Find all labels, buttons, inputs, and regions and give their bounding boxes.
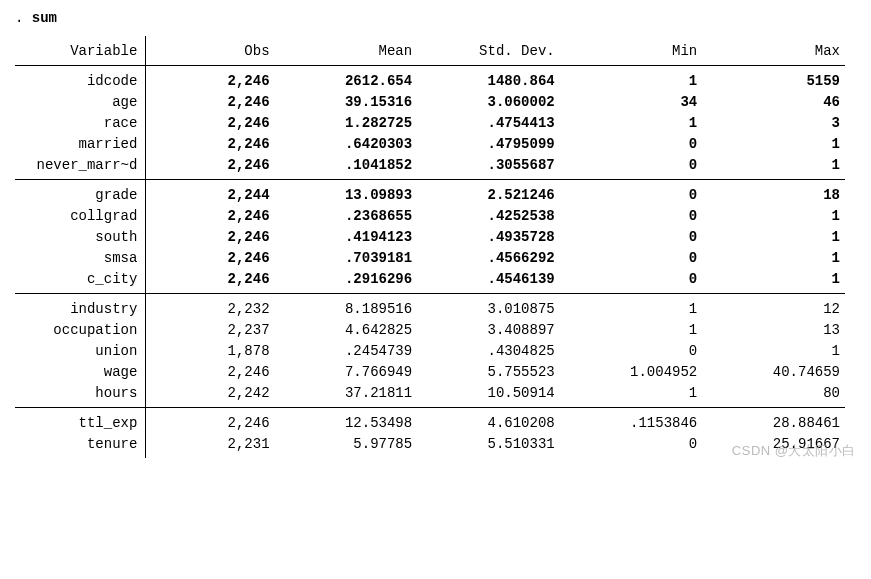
- cell-sd: .4546139: [412, 268, 555, 289]
- cell-sd: .4566292: [412, 247, 555, 268]
- cell-variable: idcode: [15, 70, 146, 91]
- header-mean: Mean: [270, 40, 413, 61]
- cell-obs: 2,246: [147, 154, 269, 175]
- cell-obs: 2,246: [147, 91, 269, 112]
- cell-sd: .3055687: [412, 154, 555, 175]
- cell-mean: 37.21811: [270, 382, 413, 403]
- cell-mean: 8.189516: [270, 298, 413, 319]
- cell-max: 18: [697, 184, 845, 205]
- cell-min: 34: [555, 91, 698, 112]
- cell-mean: .6420303: [270, 133, 413, 154]
- cell-obs: 2,232: [147, 298, 269, 319]
- cell-min: 1: [555, 319, 698, 340]
- header-max: Max: [697, 40, 845, 61]
- summary-table: VariableObsMeanStd. Dev.MinMaxidcode2,24…: [15, 36, 845, 458]
- table-row: age2,24639.153163.0600023446: [15, 91, 845, 112]
- cell-max: 1: [697, 133, 845, 154]
- cell-max: 1: [697, 268, 845, 289]
- header-obs: Obs: [147, 40, 269, 61]
- cell-mean: 2612.654: [270, 70, 413, 91]
- cell-max: 46: [697, 91, 845, 112]
- cell-variable: tenure: [15, 433, 146, 454]
- cell-mean: .2916296: [270, 268, 413, 289]
- cell-max: 12: [697, 298, 845, 319]
- table-row: collgrad2,246.2368655.425253801: [15, 205, 845, 226]
- table-row: industry2,2328.1895163.010875112: [15, 298, 845, 319]
- cell-min: 0: [555, 133, 698, 154]
- cell-variable: married: [15, 133, 146, 154]
- cell-sd: 1480.864: [412, 70, 555, 91]
- table-row: hours2,24237.2181110.50914180: [15, 382, 845, 403]
- cell-max: 3: [697, 112, 845, 133]
- cell-min: 1: [555, 298, 698, 319]
- table-row: occupation2,2374.6428253.408897113: [15, 319, 845, 340]
- cell-variable: occupation: [15, 319, 146, 340]
- cell-sd: 4.610208: [412, 412, 555, 433]
- cell-sd: .4304825: [412, 340, 555, 361]
- cell-obs: 2,246: [147, 226, 269, 247]
- cell-obs: 2,231: [147, 433, 269, 454]
- cell-variable: union: [15, 340, 146, 361]
- cell-min: 1: [555, 112, 698, 133]
- cell-mean: 5.97785: [270, 433, 413, 454]
- cell-variable: grade: [15, 184, 146, 205]
- cell-sd: .4754413: [412, 112, 555, 133]
- cell-obs: 1,878: [147, 340, 269, 361]
- cell-mean: 1.282725: [270, 112, 413, 133]
- cell-sd: .4795099: [412, 133, 555, 154]
- cell-max: 5159: [697, 70, 845, 91]
- cell-mean: 12.53498: [270, 412, 413, 433]
- cell-sd: 3.010875: [412, 298, 555, 319]
- cell-obs: 2,246: [147, 268, 269, 289]
- cell-sd: 10.50914: [412, 382, 555, 403]
- cell-min: 0: [555, 247, 698, 268]
- cell-obs: 2,246: [147, 112, 269, 133]
- cell-obs: 2,246: [147, 133, 269, 154]
- cell-variable: race: [15, 112, 146, 133]
- table-row: grade2,24413.098932.521246018: [15, 184, 845, 205]
- cell-min: 0: [555, 226, 698, 247]
- cell-mean: 7.766949: [270, 361, 413, 382]
- cell-mean: 39.15316: [270, 91, 413, 112]
- cell-sd: 5.510331: [412, 433, 555, 454]
- cell-min: .1153846: [555, 412, 698, 433]
- cell-max: 28.88461: [697, 412, 845, 433]
- cell-max: 1: [697, 247, 845, 268]
- cell-variable: south: [15, 226, 146, 247]
- cell-sd: 5.755523: [412, 361, 555, 382]
- table-row: south2,246.4194123.493572801: [15, 226, 845, 247]
- table-row: smsa2,246.7039181.456629201: [15, 247, 845, 268]
- table-header: VariableObsMeanStd. Dev.MinMax: [15, 40, 845, 61]
- cell-min: 0: [555, 268, 698, 289]
- cell-mean: .2368655: [270, 205, 413, 226]
- cell-sd: .4935728: [412, 226, 555, 247]
- cell-obs: 2,244: [147, 184, 269, 205]
- table-row: race2,2461.282725.475441313: [15, 112, 845, 133]
- cell-variable: hours: [15, 382, 146, 403]
- header-variable: Variable: [15, 40, 146, 61]
- cell-variable: collgrad: [15, 205, 146, 226]
- cell-min: 1: [555, 70, 698, 91]
- cell-max: 1: [697, 205, 845, 226]
- cell-sd: .4252538: [412, 205, 555, 226]
- cell-mean: .2454739: [270, 340, 413, 361]
- cell-mean: 4.642825: [270, 319, 413, 340]
- command-line: . sum: [15, 10, 856, 26]
- cell-mean: 13.09893: [270, 184, 413, 205]
- cell-variable: age: [15, 91, 146, 112]
- cell-obs: 2,246: [147, 205, 269, 226]
- header-min: Min: [555, 40, 698, 61]
- cell-min: 0: [555, 154, 698, 175]
- cell-max: 1: [697, 154, 845, 175]
- cell-mean: .7039181: [270, 247, 413, 268]
- cell-min: 0: [555, 433, 698, 454]
- cell-min: 1: [555, 382, 698, 403]
- cell-sd: 3.408897: [412, 319, 555, 340]
- cell-min: 0: [555, 184, 698, 205]
- cell-obs: 2,246: [147, 412, 269, 433]
- cell-min: 0: [555, 205, 698, 226]
- cell-max: 1: [697, 340, 845, 361]
- cell-obs: 2,246: [147, 70, 269, 91]
- cell-obs: 2,237: [147, 319, 269, 340]
- cell-min: 0: [555, 340, 698, 361]
